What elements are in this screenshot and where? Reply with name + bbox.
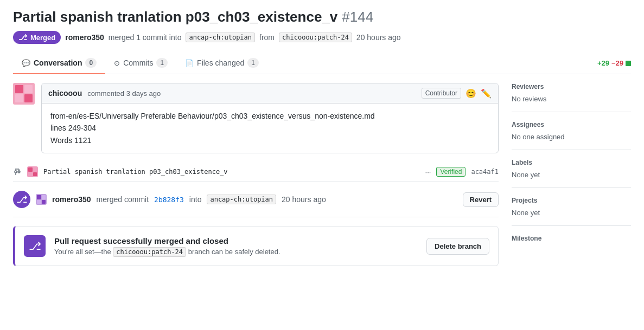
success-branch-tag: chicooou:patch-24 (113, 247, 186, 257)
pr-time: 20 hours ago (356, 33, 401, 42)
merged-badge-label: Merged (30, 34, 55, 42)
comment-action: commented 3 days ago (87, 89, 161, 98)
from-text: from (259, 33, 275, 42)
delete-branch-button[interactable]: Delete branch (426, 238, 489, 255)
emoji-reaction-button[interactable]: 😊 (466, 88, 476, 99)
diff-stats: +29 −29 (597, 59, 631, 67)
comment-body: from-en/es-ES/Universally Preferable Beh… (42, 103, 498, 153)
assignees-value: No one assigned (512, 133, 631, 141)
files-icon: 📄 (185, 59, 194, 67)
tab-commits-count: 1 (156, 58, 168, 68)
verified-badge: Verified (436, 167, 466, 177)
commit-hash[interactable]: aca4af1 (471, 168, 499, 176)
success-title: Pull request successfully merged and clo… (54, 236, 418, 245)
sidebar-reviewers: Reviewers No reviews (512, 83, 631, 112)
commit-avatar-b1 (28, 167, 33, 172)
reviewers-heading: Reviewers (512, 83, 631, 90)
merge-base-branch[interactable]: ancap-ch:utopian (207, 195, 276, 204)
commit-dots-button[interactable]: ··· (425, 168, 431, 176)
avatar-block-2 (24, 85, 33, 93)
comment-actions: Contributor 😊 ✏️ (422, 88, 492, 99)
tab-files-count: 1 (247, 58, 259, 68)
reviewers-value: No reviews (512, 95, 631, 103)
diff-bar-icon (626, 61, 631, 66)
sidebar-labels: Labels None yet (512, 159, 631, 188)
success-subtitle-before: You're all set—the (54, 248, 111, 256)
pr-meta: ⎇ Merged romero350 merged 1 commit into … (13, 31, 631, 44)
comment-author[interactable]: chicooou (48, 89, 82, 98)
tab-conversation-label: Conversation (34, 59, 82, 67)
content-area: chicooou commented 3 days ago Contributo… (13, 83, 499, 266)
merge-commit-hash[interactable]: 2b828f3 (154, 196, 184, 204)
avatar-block-1 (15, 85, 23, 93)
commits-icon: ⊙ (114, 59, 120, 67)
commit-branch-icon (13, 167, 22, 176)
labels-value: None yet (512, 171, 631, 179)
success-icon: ⎇ (24, 235, 46, 257)
merge-into-text: into (189, 195, 202, 204)
labels-heading: Labels (512, 159, 631, 166)
commit-avatar-b4 (33, 172, 37, 177)
success-text: Pull request successfully merged and clo… (54, 236, 418, 256)
pr-number: #144 (342, 9, 373, 25)
tab-commits[interactable]: ⊙ Commits 1 (105, 53, 176, 74)
merge-action: merged commit (97, 195, 149, 204)
success-subtitle-after: branch can be safely deleted. (188, 248, 280, 256)
commit-avatar (27, 166, 38, 177)
merge-event-icon: ⎇ (13, 191, 30, 208)
pr-title-text: Partial spanish tranlation p03_ch03_exis… (13, 9, 337, 25)
revert-button[interactable]: Revert (463, 192, 499, 207)
sidebar: Reviewers No reviews Assignees No one as… (512, 83, 631, 266)
merge-avatar-b4 (42, 200, 46, 204)
conversation-icon: 💬 (22, 59, 30, 67)
comment-line-3: Words 1121 (50, 134, 489, 146)
projects-value: None yet (512, 209, 631, 217)
commit-title[interactable]: Partial spanish tranlation p03_ch03_exis… (43, 168, 420, 176)
commit-avatar-b2 (33, 167, 37, 172)
comment-author-area: chicooou commented 3 days ago (48, 89, 161, 98)
milestone-heading: Milestone (512, 235, 631, 242)
merge-user[interactable]: romero350 (52, 195, 91, 204)
sidebar-assignees: Assignees No one assigned (512, 121, 631, 150)
avatar-block-3 (15, 94, 23, 102)
tab-files-label: Files changed (197, 59, 244, 67)
projects-heading: Projects (512, 197, 631, 204)
commenter-avatar (13, 83, 35, 105)
main-layout: chicooou commented 3 days ago Contributo… (13, 83, 631, 266)
head-branch[interactable]: chicooou:patch-24 (279, 33, 352, 42)
pr-title: Partial spanish tranlation p03_ch03_exis… (13, 9, 631, 25)
tab-conversation-count: 0 (85, 58, 97, 68)
merge-user-avatar (36, 194, 47, 205)
pr-action: merged 1 commit into (109, 33, 182, 42)
commit-row: Partial spanish tranlation p03_ch03_exis… (13, 162, 499, 182)
comment-line-1: from-en/es-ES/Universally Preferable Beh… (50, 110, 489, 122)
assignees-heading: Assignees (512, 121, 631, 128)
avatar-block-4 (24, 94, 33, 102)
pr-author[interactable]: romero350 (65, 33, 104, 42)
merged-badge: ⎇ Merged (13, 31, 61, 44)
merge-row: ⎇ romero350 merged commit 2b828f3 into a… (13, 186, 499, 217)
diff-additions: +29 (597, 59, 609, 67)
base-branch[interactable]: ancap-ch:utopian (186, 33, 255, 42)
merge-avatar-b3 (37, 200, 41, 204)
comment-content: chicooou commented 3 days ago Contributo… (41, 83, 499, 153)
diff-deletions: −29 (611, 59, 623, 67)
svg-point-0 (15, 171, 17, 173)
merge-avatar-b1 (37, 195, 41, 199)
section-divider (13, 217, 499, 217)
tab-conversation[interactable]: 💬 Conversation 0 (13, 53, 105, 74)
commit-avatar-b3 (28, 172, 33, 177)
tabs-bar: 💬 Conversation 0 ⊙ Commits 1 📄 Files cha… (13, 53, 631, 74)
merge-time: 20 hours ago (282, 195, 326, 204)
merge-avatar-b2 (42, 195, 46, 199)
comment-block: chicooou commented 3 days ago Contributo… (13, 83, 499, 153)
success-banner: ⎇ Pull request successfully merged and c… (13, 226, 499, 266)
comment-header: chicooou commented 3 days ago Contributo… (42, 83, 498, 103)
sidebar-milestone: Milestone (512, 235, 631, 255)
tab-files[interactable]: 📄 Files changed 1 (176, 53, 267, 74)
edit-comment-button[interactable]: ✏️ (481, 88, 492, 99)
merge-icon: ⎇ (18, 33, 27, 42)
comment-line-2: lines 249-304 (50, 122, 489, 134)
sidebar-projects: Projects None yet (512, 197, 631, 226)
contributor-badge: Contributor (422, 88, 461, 99)
